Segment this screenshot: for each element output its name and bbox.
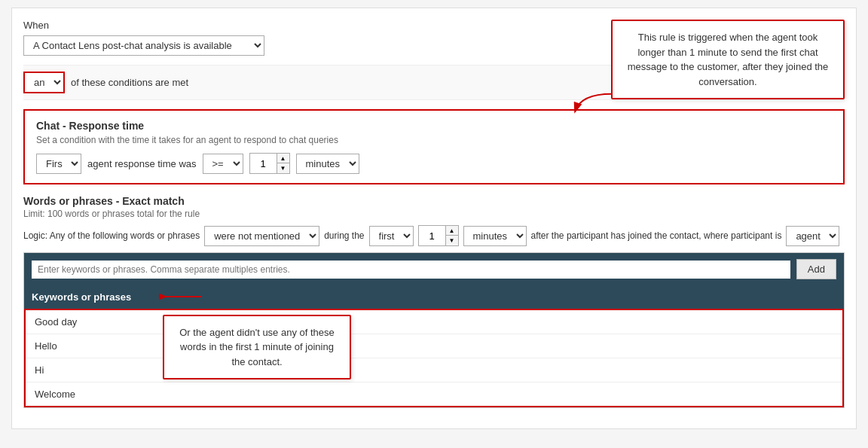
agent-response-label: agent response time was <box>87 158 197 169</box>
unit-select[interactable]: minutes <box>296 154 359 174</box>
tooltip-2-text: Or the agent didn't use any of these wor… <box>179 327 335 367</box>
arrow-1-svg <box>570 91 615 114</box>
words-phrases-title: Words or phrases - Exact match <box>23 195 845 207</box>
arrow-2-svg <box>159 285 204 308</box>
chat-response-subtitle: Set a condition with the time it takes f… <box>36 135 832 145</box>
value-input[interactable] <box>250 154 277 173</box>
time-qualifier-select[interactable]: first <box>369 226 414 246</box>
spin-down-button[interactable]: ▼ <box>277 163 289 173</box>
chat-response-box: Chat - Response time Set a condition wit… <box>23 109 845 184</box>
words-phrases-section: Words or phrases - Exact match Limit: 10… <box>23 195 845 408</box>
logic-row: Logic: Any of the following words or phr… <box>23 225 845 246</box>
words-phrases-limit: Limit: 100 words or phrases total for th… <box>23 209 845 219</box>
keywords-table: Add Keywords or phrases Good day Hello H… <box>23 252 845 408</box>
tooltip-1-text: This rule is triggered when the agent to… <box>628 32 829 87</box>
list-item: Welcome <box>26 382 842 406</box>
operator-select[interactable]: >= <box>203 154 243 174</box>
tooltip-1: This rule is triggered when the agent to… <box>611 20 845 99</box>
time-spin-col: ▲ ▼ <box>445 226 458 245</box>
keyword-input[interactable] <box>32 261 790 279</box>
list-item: Good day <box>26 310 842 334</box>
tooltip-2: Or the agent didn't use any of these wor… <box>163 315 351 380</box>
value-spinner[interactable]: ▲ ▼ <box>249 153 290 174</box>
time-spin-up-button[interactable]: ▲ <box>446 226 458 236</box>
main-container: When A Contact Lens post-chat analysis i… <box>11 8 857 429</box>
conditions-text: of these conditions are met <box>71 77 188 88</box>
keywords-list: Good day Hello Hi Welcome <box>24 309 844 407</box>
keyword-input-area: Add <box>24 253 844 285</box>
mention-select[interactable]: were not mentioned <box>204 226 319 246</box>
list-item: Hello <box>26 334 842 358</box>
any-select[interactable]: any <box>23 72 65 93</box>
keywords-header-cell: Keywords or phrases <box>32 291 131 303</box>
spin-col: ▲ ▼ <box>277 154 289 173</box>
chat-response-title: Chat - Response time <box>36 120 832 132</box>
time-value-spinner[interactable]: ▲ ▼ <box>418 225 459 246</box>
time-value-input[interactable] <box>419 226 445 245</box>
time-spin-down-button[interactable]: ▼ <box>446 236 458 245</box>
list-item: Hi <box>26 358 842 382</box>
keywords-header: Keywords or phrases <box>24 285 844 309</box>
after-label: after the participant has joined the con… <box>531 230 782 241</box>
add-button[interactable]: Add <box>796 259 836 279</box>
logic-prefix: Logic: Any of the following words or phr… <box>23 230 200 241</box>
during-label: during the <box>324 230 364 241</box>
trigger-select[interactable]: A Contact Lens post-chat analysis is ava… <box>23 35 264 56</box>
spin-up-button[interactable]: ▲ <box>277 154 289 163</box>
participant-select[interactable]: agent <box>786 226 839 246</box>
time-unit-select[interactable]: minutes <box>463 226 527 246</box>
keywords-list-container: Keywords or phrases Good day Hello Hi We… <box>24 285 844 407</box>
first-select[interactable]: First <box>36 154 81 174</box>
response-row: First agent response time was >= ▲ ▼ min… <box>36 153 832 174</box>
